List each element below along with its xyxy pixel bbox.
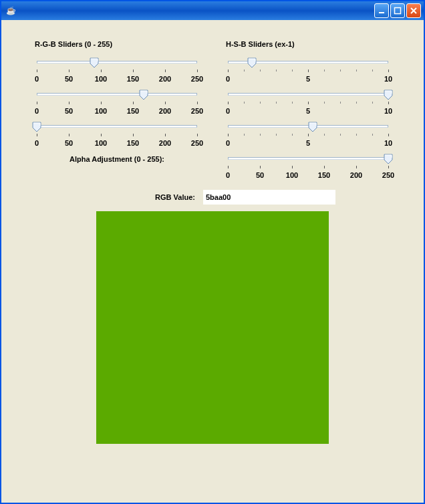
slider-thumb[interactable] xyxy=(90,57,99,68)
hsb-column: H-S-B Sliders (ex-1) 051005100510 050100… xyxy=(223,40,394,183)
scale-labels: 050100150200250 xyxy=(31,139,202,148)
titlebar[interactable]: ☕ xyxy=(1,1,424,20)
scale-labels: 0510 xyxy=(223,75,394,84)
red-slider[interactable]: 050100150200250 xyxy=(31,55,202,84)
app-window: ☕ R-G-B Sliders (0 - 255) 05010015020025… xyxy=(0,0,425,504)
green-slider[interactable]: 050100150200250 xyxy=(31,87,202,116)
content-panel: R-G-B Sliders (0 - 255) 0501001502002500… xyxy=(1,20,424,503)
rgb-column: R-G-B Sliders (0 - 255) 0501001502002500… xyxy=(31,40,202,183)
scale-labels: 050100150200250 xyxy=(31,107,202,116)
alpha-slider[interactable]: 050100150200250 xyxy=(223,151,394,180)
scale-labels: 0510 xyxy=(223,139,394,148)
alpha-label: Alpha Adjustment (0 - 255): xyxy=(31,155,202,163)
slider-thumb[interactable] xyxy=(139,90,148,100)
hsb-header: H-S-B Sliders (ex-1) xyxy=(223,40,394,48)
svg-rect-0 xyxy=(379,12,384,13)
scale-labels: 050100150200250 xyxy=(223,171,394,180)
minimize-button[interactable] xyxy=(374,3,389,18)
slider-columns: R-G-B Sliders (0 - 255) 0501001502002500… xyxy=(31,40,394,183)
value-row: RGB Value: xyxy=(31,190,394,205)
slider-thumb[interactable] xyxy=(247,57,257,68)
slider-thumb[interactable] xyxy=(384,90,393,100)
scale-labels: 0510 xyxy=(223,107,394,116)
close-button[interactable] xyxy=(406,3,421,18)
slider-thumb[interactable] xyxy=(32,122,41,132)
brightness-slider[interactable]: 0510 xyxy=(223,119,394,148)
slider-thumb[interactable] xyxy=(308,122,317,132)
hue-slider[interactable]: 0510 xyxy=(223,55,394,84)
rgb-header: R-G-B Sliders (0 - 255) xyxy=(31,40,202,48)
window-buttons xyxy=(374,3,421,18)
saturation-slider[interactable]: 0510 xyxy=(223,87,394,116)
color-swatch xyxy=(96,211,329,444)
blue-slider[interactable]: 050100150200250 xyxy=(31,119,202,148)
java-icon: ☕ xyxy=(5,5,16,16)
rgb-value-label: RGB Value: xyxy=(31,193,195,201)
scale-labels: 050100150200250 xyxy=(31,75,202,84)
svg-rect-1 xyxy=(395,8,401,14)
swatch-container xyxy=(31,211,394,444)
slider-thumb[interactable] xyxy=(384,154,393,164)
maximize-button[interactable] xyxy=(390,3,405,18)
rgb-value-field[interactable] xyxy=(203,190,335,205)
